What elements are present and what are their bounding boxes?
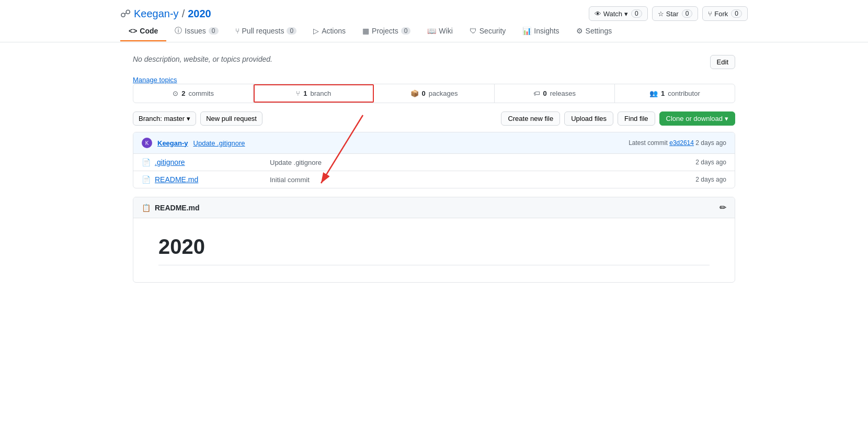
commit-message-link[interactable]: Update .gitignore	[193, 139, 245, 147]
tab-code[interactable]: <> Code	[120, 21, 166, 41]
code-icon: <>	[129, 27, 137, 35]
fork-icon: ⑂	[708, 10, 712, 18]
edit-description-button[interactable]: Edit	[710, 55, 735, 69]
branch-icon: ⑂	[296, 90, 300, 97]
file-commit-message: Update .gitignore	[270, 159, 695, 166]
edit-readme-button[interactable]: ✏	[719, 203, 726, 213]
header-actions: 👁 Watch ▾ 0 ☆ Star 0 ⑂ Fork 0	[589, 6, 748, 21]
file-name-link[interactable]: .gitignore	[155, 158, 270, 166]
repo-title: ☍ Keegan-y / 2020	[120, 7, 211, 20]
commit-meta: Latest commit e3d2614 2 days ago	[629, 139, 726, 147]
repo-owner-link[interactable]: Keegan-y	[134, 8, 179, 20]
file-toolbar: Branch: master ▾ New pull request Create…	[133, 111, 735, 126]
releases-stat[interactable]: 🏷 0 releases	[495, 84, 615, 103]
readme-header: 📋 README.md ✏	[133, 197, 735, 218]
issues-icon: ⓘ	[175, 26, 182, 36]
file-time: 2 days ago	[695, 176, 726, 183]
nav-tabs: <> Code ⓘ Issues 0 ⑂ Pull requests 0 ▷ A…	[120, 21, 748, 42]
file-time: 2 days ago	[695, 159, 726, 166]
readme-section: 📋 README.md ✏ 2020	[133, 197, 735, 283]
avatar: K	[142, 138, 152, 148]
packages-stat[interactable]: 📦 0 packages	[374, 84, 494, 103]
star-button[interactable]: ☆ Star 0	[652, 6, 699, 21]
commits-stat[interactable]: ⊙ 2 commits	[133, 84, 254, 103]
tab-insights[interactable]: 📊 Insights	[514, 21, 567, 41]
clone-dropdown-icon: ▾	[725, 115, 728, 122]
fork-button[interactable]: ⑂ Fork 0	[702, 6, 748, 21]
find-file-button[interactable]: Find file	[618, 111, 655, 126]
file-icon: 📄	[142, 158, 151, 166]
file-name-link[interactable]: README.md	[155, 175, 270, 184]
contributors-stat[interactable]: 👥 1 contributor	[615, 84, 735, 103]
table-row: 📄 .gitignore Update .gitignore 2 days ag…	[133, 154, 735, 171]
tab-issues[interactable]: ⓘ Issues 0	[166, 21, 226, 42]
manage-topics-link[interactable]: Manage topics	[133, 76, 177, 84]
tab-settings[interactable]: ⚙ Settings	[568, 21, 621, 41]
projects-icon: ▦	[362, 27, 369, 35]
table-row: 📄 README.md Initial commit 2 days ago	[133, 171, 735, 188]
branches-stat[interactable]: ⑂ 1 branch	[254, 84, 374, 103]
wiki-icon: 📖	[427, 27, 436, 35]
tab-pull-requests[interactable]: ⑂ Pull requests 0	[227, 21, 305, 41]
actions-icon: ▷	[313, 27, 319, 35]
watch-button[interactable]: 👁 Watch ▾ 0	[589, 6, 648, 21]
repo-description: No description, website, or topics provi…	[133, 55, 272, 63]
settings-icon: ⚙	[576, 27, 583, 35]
file-commit-message: Initial commit	[270, 176, 695, 184]
branch-selector[interactable]: Branch: master ▾	[133, 111, 196, 126]
commits-icon: ⊙	[173, 90, 178, 97]
repo-icon: ☍	[120, 7, 131, 20]
new-pull-request-button[interactable]: New pull request	[200, 111, 262, 126]
contributors-icon: 👥	[649, 90, 658, 97]
commit-author-link[interactable]: Keegan-y	[157, 139, 188, 147]
clone-or-download-button[interactable]: Clone or download ▾	[659, 111, 735, 126]
tab-projects[interactable]: ▦ Projects 0	[354, 21, 419, 41]
readme-title: 📋 README.md	[142, 204, 200, 212]
readme-heading: 2020	[158, 235, 710, 265]
latest-commit-row: K Keegan-y Update .gitignore Latest comm…	[133, 132, 735, 154]
tab-wiki[interactable]: 📖 Wiki	[419, 21, 461, 41]
file-table: K Keegan-y Update .gitignore Latest comm…	[133, 132, 735, 188]
stats-bar: ⊙ 2 commits ⑂ 1 branch 📦 0 packages 🏷 0	[133, 84, 735, 103]
branch-dropdown-icon: ▾	[187, 115, 190, 122]
upload-files-button[interactable]: Upload files	[564, 111, 613, 126]
insights-icon: 📊	[522, 27, 531, 35]
repo-description-row: No description, website, or topics provi…	[133, 55, 735, 69]
branch-selector-label: Branch: master	[139, 115, 185, 122]
file-toolbar-right: Create new file Upload files Find file C…	[501, 111, 735, 126]
repo-name-link[interactable]: 2020	[188, 8, 211, 20]
file-icon: 📄	[142, 175, 151, 184]
file-toolbar-left: Branch: master ▾ New pull request	[133, 111, 262, 126]
eye-icon: 👁	[595, 10, 601, 18]
pr-icon: ⑂	[235, 27, 239, 35]
tab-actions[interactable]: ▷ Actions	[305, 21, 354, 41]
commit-hash-link[interactable]: e3d2614	[669, 139, 694, 147]
repo-sep: /	[182, 8, 185, 20]
readme-body: 2020	[133, 218, 735, 282]
readme-icon: 📋	[142, 204, 151, 212]
releases-icon: 🏷	[533, 90, 540, 97]
watch-dropdown-icon: ▾	[624, 10, 628, 18]
tab-security[interactable]: 🛡 Security	[461, 21, 515, 41]
packages-icon: 📦	[410, 90, 419, 97]
create-new-file-button[interactable]: Create new file	[501, 111, 560, 126]
star-icon: ☆	[658, 10, 664, 18]
security-icon: 🛡	[470, 27, 477, 35]
